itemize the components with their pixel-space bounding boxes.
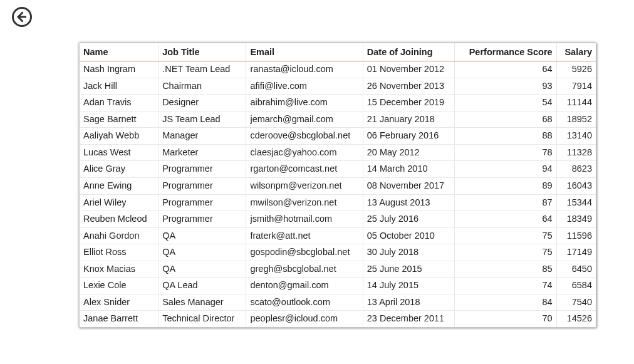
cell-doj: 14 July 2015 xyxy=(363,278,455,294)
cell-perf: 75 xyxy=(455,244,556,261)
cell-name: Knox Macias xyxy=(80,261,158,278)
cell-doj: 08 November 2017 xyxy=(363,177,455,194)
table-row[interactable]: Elliot RossQAgospodin@sbcglobal.net30 Ju… xyxy=(80,244,596,261)
table-row[interactable]: Adan TravisDesigneraibrahim@live.com15 D… xyxy=(80,95,596,112)
data-table-container: Name Job Title Email Date of Joining Per… xyxy=(79,43,596,328)
cell-job: Sales Manager xyxy=(158,294,246,311)
cell-salary: 11144 xyxy=(556,95,596,112)
cell-perf: 54 xyxy=(455,95,556,112)
table-row[interactable]: Ariel WileyProgrammermwilson@verizon.net… xyxy=(80,194,596,211)
cell-email: afifi@live.com xyxy=(246,78,363,95)
cell-name: Janae Barrett xyxy=(80,311,158,327)
cell-job: QA xyxy=(158,261,246,278)
table-row[interactable]: Sage BarnettJS Team Leadjemarch@gmail.co… xyxy=(80,111,596,128)
cell-perf: 70 xyxy=(455,311,556,327)
cell-perf: 78 xyxy=(455,144,556,161)
cell-doj: 15 December 2019 xyxy=(363,95,455,112)
table-row[interactable]: Aaliyah WebbManagercderoove@sbcglobal.ne… xyxy=(80,128,596,145)
cell-perf: 87 xyxy=(455,194,556,211)
cell-name: Anahi Gordon xyxy=(80,227,158,244)
cell-email: scato@outlook.com xyxy=(246,294,363,311)
cell-name: Reuben Mcleod xyxy=(80,211,158,228)
cell-job: Programmer xyxy=(158,177,246,194)
cell-job: JS Team Lead xyxy=(158,111,246,128)
cell-job: Marketer xyxy=(158,144,246,161)
cell-name: Sage Barnett xyxy=(80,111,158,128)
cell-email: gregh@sbcglobal.net xyxy=(246,261,363,278)
table-row[interactable]: Knox MaciasQAgregh@sbcglobal.net25 June … xyxy=(80,261,596,278)
table-row[interactable]: Anahi GordonQAfraterk@att.net05 October … xyxy=(80,227,596,244)
cell-email: aibrahim@live.com xyxy=(246,95,363,112)
cell-doj: 30 July 2018 xyxy=(363,244,455,261)
header-job[interactable]: Job Title xyxy=(158,43,246,61)
cell-doj: 05 October 2010 xyxy=(363,227,455,244)
header-name[interactable]: Name xyxy=(80,43,158,61)
cell-salary: 6584 xyxy=(556,278,596,294)
cell-perf: 68 xyxy=(455,111,556,128)
header-doj[interactable]: Date of Joining xyxy=(363,43,455,61)
cell-job: Programmer xyxy=(158,194,246,211)
cell-salary: 6450 xyxy=(556,261,596,278)
table-row[interactable]: Alex SniderSales Managerscato@outlook.co… xyxy=(80,294,596,311)
cell-salary: 11328 xyxy=(556,144,596,161)
cell-salary: 18349 xyxy=(556,211,596,228)
cell-salary: 7540 xyxy=(556,294,596,311)
cell-name: Nash Ingram xyxy=(80,61,158,78)
header-email[interactable]: Email xyxy=(246,43,363,61)
table-row[interactable]: Anne EwingProgrammerwilsonpm@verizon.net… xyxy=(80,177,596,194)
cell-salary: 8623 xyxy=(556,161,596,178)
cell-name: Alex Snider xyxy=(80,294,158,311)
cell-doj: 14 March 2010 xyxy=(363,161,455,178)
cell-email: jsmith@hotmail.com xyxy=(246,211,363,228)
cell-email: wilsonpm@verizon.net xyxy=(246,177,363,194)
cell-job: Designer xyxy=(158,95,246,112)
cell-salary: 14526 xyxy=(556,311,596,327)
cell-perf: 74 xyxy=(455,278,556,294)
cell-name: Lexie Cole xyxy=(80,278,158,294)
cell-email: gospodin@sbcglobal.net xyxy=(246,244,363,261)
cell-name: Ariel Wiley xyxy=(80,194,158,211)
cell-perf: 84 xyxy=(455,294,556,311)
table-row[interactable]: Lexie ColeQA Leaddenton@gmail.com14 July… xyxy=(80,278,596,294)
back-button[interactable] xyxy=(11,8,33,29)
table-row[interactable]: Nash Ingram.NET Team Leadranasta@icloud.… xyxy=(80,61,596,78)
cell-name: Aaliyah Webb xyxy=(80,128,158,145)
cell-perf: 93 xyxy=(455,78,556,95)
cell-email: claesjac@yahoo.com xyxy=(246,144,363,161)
cell-doj: 25 June 2015 xyxy=(363,261,455,278)
cell-email: denton@gmail.com xyxy=(246,278,363,294)
cell-email: mwilson@verizon.net xyxy=(246,194,363,211)
header-salary[interactable]: Salary xyxy=(556,43,596,61)
cell-salary: 5926 xyxy=(556,61,596,78)
table-row[interactable]: Alice GrayProgrammerrgarton@comcast.net1… xyxy=(80,161,596,178)
employee-table: Name Job Title Email Date of Joining Per… xyxy=(80,43,596,327)
cell-doj: 25 July 2016 xyxy=(363,211,455,228)
cell-job: QA Lead xyxy=(158,278,246,294)
cell-name: Elliot Ross xyxy=(80,244,158,261)
cell-perf: 94 xyxy=(455,161,556,178)
cell-doj: 26 November 2013 xyxy=(363,78,455,95)
cell-job: Technical Director xyxy=(158,311,246,327)
table-row[interactable]: Lucas WestMarketerclaesjac@yahoo.com20 M… xyxy=(80,144,596,161)
cell-doj: 20 May 2012 xyxy=(363,144,455,161)
cell-salary: 13140 xyxy=(556,128,596,145)
cell-perf: 89 xyxy=(455,177,556,194)
header-perf[interactable]: Performance Score xyxy=(455,43,556,61)
cell-job: Manager xyxy=(158,128,246,145)
cell-name: Adan Travis xyxy=(80,95,158,112)
cell-perf: 85 xyxy=(455,261,556,278)
cell-salary: 18952 xyxy=(556,111,596,128)
cell-job: QA xyxy=(158,244,246,261)
cell-name: Jack Hill xyxy=(80,78,158,95)
cell-salary: 15344 xyxy=(556,194,596,211)
table-row[interactable]: Janae BarrettTechnical Directorpeoplesr@… xyxy=(80,311,596,327)
cell-doj: 13 August 2013 xyxy=(363,194,455,211)
cell-name: Lucas West xyxy=(80,144,158,161)
cell-job: QA xyxy=(158,227,246,244)
table-row[interactable]: Reuben McleodProgrammerjsmith@hotmail.co… xyxy=(80,211,596,228)
table-row[interactable]: Jack HillChairmanafifi@live.com26 Novemb… xyxy=(80,78,596,95)
table-header-row: Name Job Title Email Date of Joining Per… xyxy=(80,43,596,61)
cell-email: ranasta@icloud.com xyxy=(246,61,363,78)
cell-email: peoplesr@icloud.com xyxy=(246,311,363,327)
cell-name: Alice Gray xyxy=(80,161,158,178)
